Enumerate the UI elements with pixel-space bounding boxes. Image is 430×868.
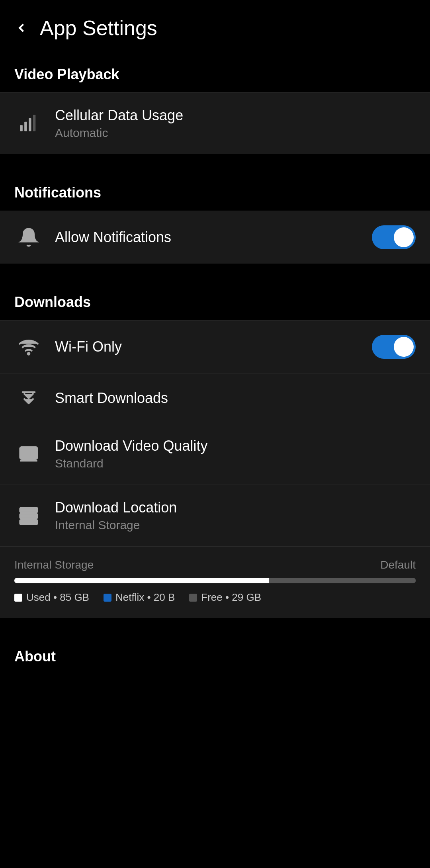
svg-point-4: [28, 353, 29, 354]
svg-rect-11: [20, 520, 37, 524]
svg-rect-1: [24, 122, 27, 131]
legend-free: Free • 29 GB: [189, 591, 261, 604]
download-location-subtitle: Internal Storage: [55, 518, 416, 532]
section-label-notifications: Notifications: [0, 170, 430, 211]
bell-icon: [14, 227, 43, 248]
download-location-text: Download Location Internal Storage: [55, 499, 416, 532]
download-location-title: Download Location: [55, 499, 416, 516]
legend-used-label: Used • 85 GB: [26, 591, 89, 604]
storage-section: Internal Storage Default Used • 85 GB Ne…: [0, 546, 430, 618]
section-gap-1: [0, 154, 430, 170]
storage-bar-free: [269, 578, 416, 583]
allow-notifications-text: Allow Notifications: [55, 229, 372, 246]
smart-downloads-title: Smart Downloads: [55, 390, 416, 407]
section-gap-3: [0, 618, 430, 634]
storage-bar-used: [14, 578, 269, 583]
section-label-video-playback: Video Playback: [0, 52, 430, 92]
about-section: About: [0, 634, 430, 674]
svg-point-14: [33, 521, 35, 523]
storage-bar: [14, 578, 416, 583]
storage-default-label: Default: [380, 559, 416, 571]
wifi-icon: [14, 336, 43, 357]
legend-dot-used: [14, 594, 22, 602]
storage-legend: Used • 85 GB Netflix • 20 B Free • 29 GB: [14, 591, 416, 604]
svg-point-13: [33, 515, 35, 517]
download-video-quality-text: Download Video Quality Standard: [55, 438, 416, 470]
internal-storage-label: Internal Storage: [14, 559, 94, 571]
wifi-only-text: Wi-Fi Only: [55, 338, 372, 355]
smart-downloads-text: Smart Downloads: [55, 390, 416, 407]
legend-dot-free: [189, 594, 197, 602]
back-button[interactable]: [14, 21, 29, 35]
section-label-downloads: Downloads: [0, 280, 430, 320]
svg-point-12: [33, 509, 35, 511]
legend-netflix: Netflix • 20 B: [104, 591, 175, 604]
setting-row-allow-notifications[interactable]: Allow Notifications: [0, 211, 430, 264]
allow-notifications-toggle[interactable]: [372, 225, 416, 249]
toggle-knob-wifi: [394, 337, 414, 357]
svg-rect-9: [20, 508, 37, 512]
section-label-about: About: [14, 648, 416, 665]
legend-used: Used • 85 GB: [14, 591, 89, 604]
wifi-only-title: Wi-Fi Only: [55, 338, 372, 355]
video-quality-icon: [14, 444, 43, 464]
svg-rect-10: [20, 514, 37, 518]
setting-row-download-location[interactable]: Download Location Internal Storage: [0, 485, 430, 546]
setting-row-smart-downloads[interactable]: Smart Downloads: [0, 373, 430, 423]
legend-netflix-label: Netflix • 20 B: [115, 591, 175, 604]
setting-row-download-video-quality[interactable]: Download Video Quality Standard: [0, 423, 430, 485]
cellular-data-usage-text: Cellular Data Usage Automatic: [55, 107, 416, 140]
header: App Settings: [0, 0, 430, 52]
allow-notifications-toggle-container: [372, 225, 416, 249]
svg-rect-3: [33, 115, 36, 131]
svg-rect-7: [23, 450, 31, 456]
storage-icon: [14, 505, 43, 526]
page-title: App Settings: [40, 16, 157, 40]
allow-notifications-title: Allow Notifications: [55, 229, 372, 246]
download-video-quality-title: Download Video Quality: [55, 438, 416, 454]
section-gap-2: [0, 264, 430, 280]
toggle-knob: [394, 227, 414, 247]
download-video-quality-subtitle: Standard: [55, 457, 416, 470]
legend-free-label: Free • 29 GB: [201, 591, 261, 604]
cellular-data-usage-subtitle: Automatic: [55, 126, 416, 140]
setting-row-cellular-data-usage[interactable]: Cellular Data Usage Automatic: [0, 93, 430, 154]
cellular-data-usage-title: Cellular Data Usage: [55, 107, 416, 124]
smart-download-icon: [14, 388, 43, 409]
signal-bars-icon: [14, 113, 43, 134]
legend-dot-netflix: [104, 594, 111, 602]
setting-row-wifi-only[interactable]: Wi-Fi Only: [0, 321, 430, 373]
storage-labels-top: Internal Storage Default: [14, 559, 416, 571]
svg-rect-2: [29, 118, 31, 131]
wifi-only-toggle[interactable]: [372, 335, 416, 359]
wifi-only-toggle-container: [372, 335, 416, 359]
svg-rect-0: [20, 125, 23, 131]
